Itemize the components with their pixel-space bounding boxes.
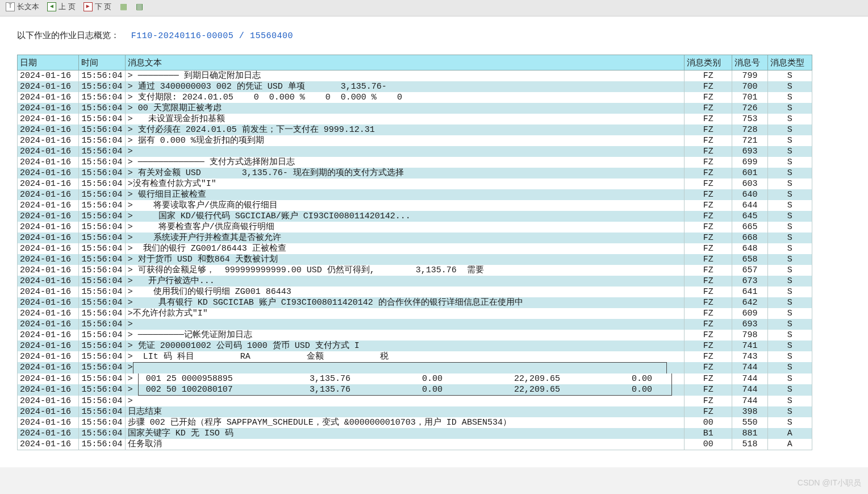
cell-time: 15:56:04 xyxy=(79,157,125,168)
cell-time: 15:56:04 xyxy=(79,70,125,82)
cell-msg-cat: FZ xyxy=(685,189,732,200)
longtext-icon: T xyxy=(6,2,15,11)
table-row[interactable]: 2024-01-1615:56:04> 具有银行 KD SGCICIAB 账户 … xyxy=(18,297,812,308)
cell-msg-type: S xyxy=(767,330,812,341)
table-row[interactable]: 2024-01-1615:56:04> 银行细目正被检查FZ640S xyxy=(18,189,812,200)
cell-msg-type: S xyxy=(767,243,812,254)
col-msg-type[interactable]: 消息类型 xyxy=(767,55,812,70)
toolbar-grid-2[interactable]: ▤ xyxy=(135,3,143,11)
cell-msg-text: > 001 25 0000958895 3,135.76 0.00 22,209… xyxy=(125,373,684,384)
cell-msg-text: > 支付必须在 2024.01.05 前发生；下一支付在 9999.12.31 xyxy=(125,124,684,135)
cell-msg-no: 550 xyxy=(732,417,767,428)
table-row[interactable]: 2024-01-1615:56:04> 可获得的金额足够， 9999999999… xyxy=(18,265,812,276)
toolbar-grid-1[interactable]: ▦ xyxy=(119,3,127,11)
cell-msg-cat: FZ xyxy=(685,70,732,82)
cell-msg-no: 644 xyxy=(732,200,767,211)
cell-date: 2024-01-16 xyxy=(18,233,79,243)
cell-msg-cat: FZ xyxy=(685,319,732,330)
cell-msg-type: S xyxy=(767,168,812,178)
cell-date: 2024-01-16 xyxy=(18,319,79,330)
table-row[interactable]: 2024-01-1615:56:04> 对于货币 USD 和数864 天数被计划… xyxy=(18,254,812,265)
table-row[interactable]: 2024-01-1615:56:04日志结束FZ398S xyxy=(18,406,812,417)
table-row[interactable]: 2024-01-1615:56:04> 我们的银行 ZG001/86443 正被… xyxy=(18,243,812,254)
toolbar-next-page[interactable]: ► 下 页 xyxy=(84,2,112,12)
col-msg-text[interactable]: 消息文本 xyxy=(125,55,684,70)
cell-date: 2024-01-16 xyxy=(18,265,79,276)
table-row[interactable]: 2024-01-1615:56:04> 将要读取客户/供应商的银行细目FZ644… xyxy=(18,200,812,211)
toolbar-longtext-label: 长文本 xyxy=(17,2,39,12)
table-row[interactable]: 2024-01-1615:56:04> 00 天宽限期正被考虑FZ726S xyxy=(18,103,812,114)
cell-msg-type: A xyxy=(767,428,812,439)
cell-time: 15:56:04 xyxy=(79,200,125,211)
cell-date: 2024-01-16 xyxy=(18,70,79,82)
table-row[interactable]: 2024-01-1615:56:04> 系统读开户行并检查其是否被允许FZ668… xyxy=(18,233,812,243)
cell-date: 2024-01-16 xyxy=(18,157,79,168)
table-row[interactable]: 2024-01-1615:56:04> 002 50 1002080107 3,… xyxy=(18,384,812,396)
table-row[interactable]: 2024-01-1615:56:04> ──────── 到期日确定附加日志FZ… xyxy=(18,70,812,82)
table-row[interactable]: 2024-01-1615:56:04> 有关对金额 USD 3,135.76- … xyxy=(18,168,812,178)
cell-msg-text: > ─────────记帐凭证附加日志 xyxy=(125,330,684,341)
cell-msg-type: S xyxy=(767,135,812,146)
overview-job-id[interactable]: F110-20240116-00005 / 15560400 xyxy=(131,31,293,41)
table-row[interactable]: 2024-01-1615:56:04> 将要检查客户/供应商银行明细FZ665S xyxy=(18,222,812,233)
table-row[interactable]: 2024-01-1615:56:04>FZ693S xyxy=(18,319,812,330)
cell-msg-text: > 未设置现金折扣基额 xyxy=(125,114,684,124)
table-row[interactable]: 2024-01-1615:56:04> 001 25 0000958895 3,… xyxy=(18,373,812,384)
cell-msg-text: > 开户行被选中... xyxy=(125,276,684,287)
toolbar-prev-page[interactable]: ◄ 上 页 xyxy=(47,2,76,12)
table-row[interactable]: 2024-01-1615:56:04> ───────────── 支付方式选择… xyxy=(18,157,812,168)
cell-msg-text: > 银行细目正被检查 xyxy=(125,189,684,200)
col-date[interactable]: 日期 xyxy=(18,55,79,70)
cell-date: 2024-01-16 xyxy=(18,92,79,103)
cell-msg-cat: FZ xyxy=(685,114,732,124)
cell-msg-cat: FZ xyxy=(685,330,732,341)
cell-msg-text: > 系统读开户行并检查其是否被允许 xyxy=(125,233,684,243)
overview-label: 以下作业的作业日志概览： xyxy=(17,30,119,40)
col-msg-cat[interactable]: 消息类别 xyxy=(685,55,732,70)
table-row[interactable]: 2024-01-1615:56:04>FZ744S xyxy=(18,396,812,406)
table-row[interactable]: 2024-01-1615:56:04> 通过 3400000003 002 的凭… xyxy=(18,81,812,92)
table-row[interactable]: 2024-01-1615:56:04> FZ744S xyxy=(18,362,812,373)
cell-msg-type: S xyxy=(767,70,812,82)
cell-msg-cat: FZ xyxy=(685,211,732,222)
cell-msg-type: S xyxy=(767,200,812,211)
table-row[interactable]: 2024-01-1615:56:04> ─────────记帐凭证附加日志FZ7… xyxy=(18,330,812,341)
cell-msg-text: > LIt 码 科目 RA 金额 税 xyxy=(125,351,684,362)
table-row[interactable]: 2024-01-1615:56:04> LIt 码 科目 RA 金额 税FZ74… xyxy=(18,351,812,362)
table-row[interactable]: 2024-01-1615:56:04>没有检查付款方式"I"FZ603S xyxy=(18,178,812,189)
table-row[interactable]: 2024-01-1615:56:04> 开户行被选中...FZ673S xyxy=(18,276,812,287)
cell-date: 2024-01-16 xyxy=(18,103,79,114)
cell-msg-text: > xyxy=(125,319,684,330)
table-row[interactable]: 2024-01-1615:56:04> 使用我们的银行明细 ZG001 8644… xyxy=(18,287,812,297)
cell-msg-no: 398 xyxy=(732,406,767,417)
cell-msg-cat: FZ xyxy=(685,157,732,168)
cell-msg-type: S xyxy=(767,341,812,351)
cell-time: 15:56:04 xyxy=(79,276,125,287)
cell-msg-no: 609 xyxy=(732,308,767,319)
table-row[interactable]: 2024-01-1615:56:04> 凭证 2000001002 公司码 10… xyxy=(18,341,812,351)
cell-msg-cat: B1 xyxy=(685,428,732,439)
toolbar-long-text[interactable]: T 长文本 xyxy=(6,2,39,12)
table-row[interactable]: 2024-01-1615:56:04> 据有 0.000 %现金折扣的项到期FZ… xyxy=(18,135,812,146)
cell-msg-text: > 对于货币 USD 和数864 天数被计划 xyxy=(125,254,684,265)
cell-date: 2024-01-16 xyxy=(18,428,79,439)
cell-time: 15:56:04 xyxy=(79,330,125,341)
table-row[interactable]: 2024-01-1615:56:04>FZ693S xyxy=(18,146,812,157)
cell-date: 2024-01-16 xyxy=(18,297,79,308)
table-row[interactable]: 2024-01-1615:56:04>不允许付款方式"I"FZ609S xyxy=(18,308,812,319)
col-msg-no[interactable]: 消息号 xyxy=(732,55,767,70)
page-body: 以下作业的作业日志概览： F110-20240116-00005 / 15560… xyxy=(0,16,868,467)
cell-msg-no: 668 xyxy=(732,233,767,243)
col-time[interactable]: 时间 xyxy=(79,55,125,70)
cell-date: 2024-01-16 xyxy=(18,287,79,297)
cell-msg-text: > 使用我们的银行明细 ZG001 86443 xyxy=(125,287,684,297)
table-row[interactable]: 2024-01-1615:56:04> 未设置现金折扣基额FZ753S xyxy=(18,114,812,124)
table-row[interactable]: 2024-01-1615:56:04> 国家 KD/银行代码 SGCICIAB/… xyxy=(18,211,812,222)
cell-msg-type: S xyxy=(767,384,812,396)
table-row[interactable]: 2024-01-1615:56:04> 支付必须在 2024.01.05 前发生… xyxy=(18,124,812,135)
table-row[interactable]: 2024-01-1615:56:04> 支付期限: 2024.01.05 0 0… xyxy=(18,92,812,103)
table-row[interactable]: 2024-01-1615:56:04任务取消00518A xyxy=(18,439,812,450)
cell-msg-cat: FZ xyxy=(685,124,732,135)
table-row[interactable]: 2024-01-1615:56:04国家关键字 KD 无 ISO 码B1881A xyxy=(18,428,812,439)
table-row[interactable]: 2024-01-1615:56:04步骤 002 已开始（程序 SAPFPAYM… xyxy=(18,417,812,428)
